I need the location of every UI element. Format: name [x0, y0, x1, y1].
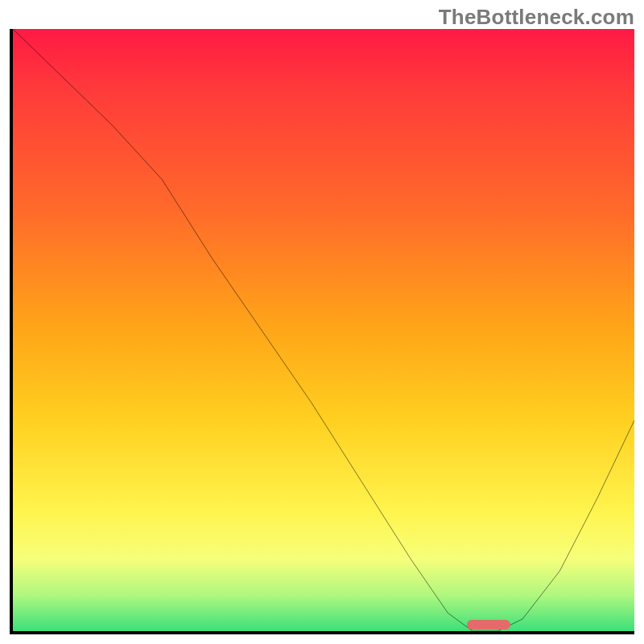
- plot-area: [10, 29, 634, 634]
- watermark-text: TheBottleneck.com: [439, 5, 634, 30]
- bottleneck-curve: [13, 29, 634, 631]
- chart-stage: TheBottleneck.com: [0, 0, 644, 644]
- minimum-marker: [467, 620, 510, 630]
- curve-path: [13, 29, 634, 631]
